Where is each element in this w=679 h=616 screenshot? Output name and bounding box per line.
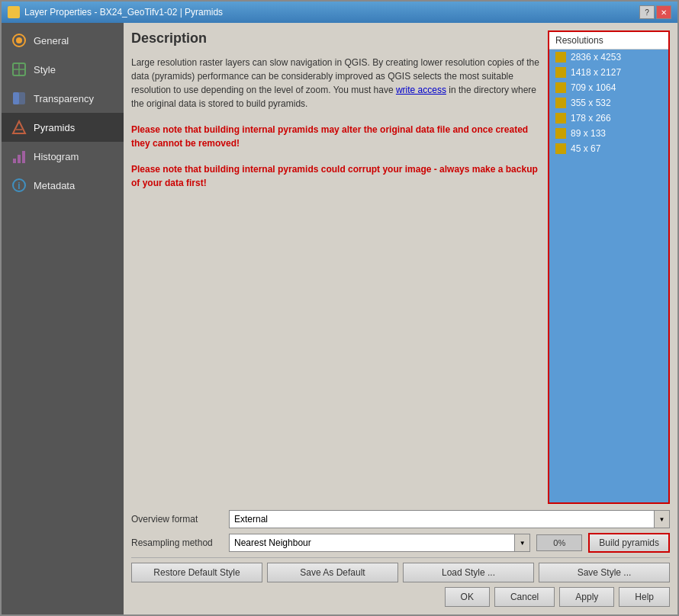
sidebar-item-transparency[interactable]: Transparency <box>2 84 124 113</box>
resampling-combo[interactable]: Nearest Neighbour ▼ <box>229 534 530 552</box>
content-area: General Style <box>2 23 677 614</box>
style-icon <box>11 61 27 78</box>
resolution-item-0[interactable]: 2836 x 4253 <box>549 50 668 65</box>
save-style-button[interactable]: Save Style ... <box>539 563 670 582</box>
divider-1 <box>131 557 670 558</box>
sidebar-item-pyramids[interactable]: Pyramids <box>2 113 124 142</box>
svg-rect-6 <box>13 92 19 104</box>
sidebar-label-metadata: Metadata <box>34 180 75 191</box>
footer-bottom-buttons: OK Cancel Apply Help <box>131 587 670 607</box>
close-window-button[interactable]: ✕ <box>656 5 671 19</box>
svg-rect-9 <box>13 159 16 163</box>
resolution-value-4: 178 x 266 <box>571 113 611 124</box>
resampling-dropdown-arrow[interactable]: ▼ <box>514 534 529 551</box>
description-title: Description <box>131 30 540 47</box>
footer-top-buttons: Restore Default Style Save As Default Lo… <box>131 563 670 582</box>
general-icon <box>11 32 27 49</box>
build-pyramids-button[interactable]: Build pyramids <box>588 533 670 553</box>
resolution-item-1[interactable]: 1418 x 2127 <box>549 65 668 80</box>
sidebar-item-metadata[interactable]: i Metadata <box>2 171 124 200</box>
titlebar: Layer Properties - BX24_GeoTifv1-02 | Py… <box>2 2 677 23</box>
description-text: Large resolution raster layers can slow … <box>131 56 540 111</box>
resolution-item-5[interactable]: 89 x 133 <box>549 126 668 141</box>
window-title: Layer Properties - BX24_GeoTifv1-02 | Py… <box>24 7 223 18</box>
load-style-button[interactable]: Load Style ... <box>403 563 534 582</box>
resolution-value-1: 1418 x 2127 <box>571 67 621 78</box>
resolution-value-0: 2836 x 4253 <box>571 52 621 63</box>
progress-bar: 0% <box>536 534 582 551</box>
resolution-icon-6 <box>555 143 566 154</box>
resolution-icon-3 <box>555 98 566 108</box>
resolution-value-2: 709 x 1064 <box>571 82 616 93</box>
svg-text:i: i <box>18 181 20 191</box>
window-icon <box>8 6 20 18</box>
svg-marker-14 <box>557 53 565 61</box>
help-titlebar-button[interactable]: ? <box>639 5 655 19</box>
sidebar-item-histogram[interactable]: Histogram <box>2 142 124 171</box>
svg-marker-16 <box>557 84 565 91</box>
titlebar-controls: ? ✕ <box>639 5 671 19</box>
apply-button[interactable]: Apply <box>559 587 614 607</box>
help-button[interactable]: Help <box>619 587 670 607</box>
titlebar-title: Layer Properties - BX24_GeoTifv1-02 | Py… <box>8 6 223 18</box>
resolution-item-2[interactable]: 709 x 1064 <box>549 80 668 95</box>
pyramids-icon <box>11 119 27 136</box>
resolution-item-3[interactable]: 355 x 532 <box>549 95 668 111</box>
sidebar-label-transparency: Transparency <box>34 93 94 104</box>
resolution-icon-0 <box>555 52 566 63</box>
sidebar-item-style[interactable]: Style <box>2 55 124 84</box>
resolution-icon-2 <box>555 82 566 93</box>
svg-marker-17 <box>557 99 565 107</box>
resampling-value: Nearest Neighbour <box>230 537 514 548</box>
sidebar-label-style: Style <box>34 64 56 75</box>
svg-marker-20 <box>557 145 565 152</box>
save-as-default-button[interactable]: Save As Default <box>267 563 398 582</box>
overview-format-dropdown-arrow[interactable]: ▼ <box>654 511 669 528</box>
main-panel: Description Large resolution raster laye… <box>124 23 677 614</box>
bottom-controls: Overview format External ▼ Resampling me… <box>131 510 670 607</box>
resolution-icon-4 <box>555 113 566 124</box>
resampling-row: Resampling method Nearest Neighbour ▼ 0%… <box>131 533 670 553</box>
resolution-item-4[interactable]: 178 x 266 <box>549 111 668 126</box>
resolution-value-3: 355 x 532 <box>571 98 611 108</box>
sidebar: General Style <box>2 23 124 614</box>
svg-rect-11 <box>22 151 25 163</box>
resolutions-list[interactable]: 2836 x 4253 1418 x 2127 <box>549 50 668 502</box>
svg-point-1 <box>16 37 22 43</box>
svg-marker-18 <box>557 114 565 122</box>
progress-value: 0% <box>553 538 565 547</box>
main-window: Layer Properties - BX24_GeoTifv1-02 | Py… <box>0 0 679 616</box>
cancel-button[interactable]: Cancel <box>494 587 555 607</box>
overview-format-label: Overview format <box>131 514 223 525</box>
pyramids-content: Description Large resolution raster laye… <box>131 30 670 504</box>
histogram-icon <box>11 148 27 165</box>
sidebar-label-histogram: Histogram <box>34 151 79 162</box>
overview-format-row: Overview format External ▼ <box>131 510 670 528</box>
sidebar-label-pyramids: Pyramids <box>34 122 75 133</box>
svg-marker-19 <box>557 130 565 137</box>
resolution-item-6[interactable]: 45 x 67 <box>549 141 668 156</box>
sidebar-item-general[interactable]: General <box>2 26 124 55</box>
metadata-icon: i <box>11 177 27 194</box>
overview-format-combo[interactable]: External ▼ <box>229 510 670 528</box>
resampling-label: Resampling method <box>131 537 223 548</box>
resolution-value-5: 89 x 133 <box>571 128 606 139</box>
svg-marker-15 <box>557 69 565 76</box>
resolution-value-6: 45 x 67 <box>571 143 600 154</box>
svg-marker-7 <box>13 121 25 133</box>
transparency-icon <box>11 90 27 107</box>
overview-format-value: External <box>230 514 654 525</box>
resolution-icon-5 <box>555 128 566 139</box>
svg-rect-10 <box>18 155 21 163</box>
resolutions-header: Resolutions <box>549 32 668 50</box>
resolution-icon-1 <box>555 67 566 78</box>
resolutions-panel: Resolutions 2836 x 4253 <box>548 30 670 504</box>
restore-default-style-button[interactable]: Restore Default Style <box>131 563 262 582</box>
warning-text-2: Please note that building internal pyram… <box>131 162 540 190</box>
ok-button[interactable]: OK <box>445 587 490 607</box>
sidebar-label-general: General <box>34 35 69 47</box>
warning-text-1: Please note that building internal pyram… <box>131 123 540 150</box>
description-area: Description Large resolution raster laye… <box>131 30 540 504</box>
